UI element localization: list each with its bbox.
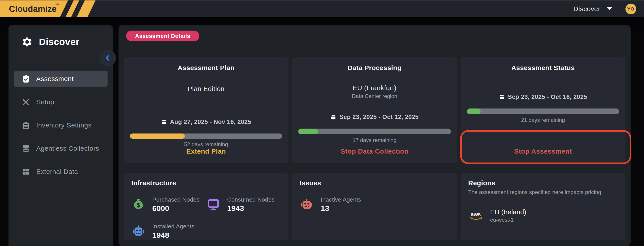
sidebar-item-label: Agentless Collectors xyxy=(36,145,99,152)
stat-label: Installed Agents xyxy=(152,223,194,230)
processing-days-remaining: 17 days remaining xyxy=(353,137,396,143)
stat-label: Purchased Nodes xyxy=(152,196,200,203)
card-title: Infrastructure xyxy=(131,179,176,187)
card-title: Issues xyxy=(300,179,321,187)
status-progress-track xyxy=(467,109,619,114)
stat-value: 6000 xyxy=(152,204,200,213)
logo-stripe xyxy=(66,0,79,17)
clipboard-check-icon xyxy=(22,74,30,83)
topbar-discover-menu[interactable]: Discover xyxy=(573,5,600,13)
stat-value: 1943 xyxy=(227,204,274,213)
svg-text:aws: aws xyxy=(471,211,480,217)
topbar-right-group: Discover YO xyxy=(573,0,636,17)
extend-plan-button[interactable]: Extend Plan xyxy=(186,147,226,155)
chevron-down-icon[interactable] xyxy=(607,7,612,10)
sidebar-item-assessment[interactable]: Assessment xyxy=(14,71,108,87)
assessment-details-badge[interactable]: Assessment Details xyxy=(126,31,199,41)
region-name: EU (Ireland) xyxy=(490,208,526,216)
assessment-plan-card: Assessment Plan Plan Edition Aug 27, 202… xyxy=(124,57,288,163)
stat-value: 1948 xyxy=(152,231,194,240)
assessment-status-card: Assessment Status Sep 23, 2025 - Oct 16,… xyxy=(461,57,626,163)
top-bar: Cloudamize TM Discover YO xyxy=(0,0,644,17)
sidebar-item-inventory-settings[interactable]: Inventory Settings xyxy=(14,117,108,133)
plan-edition: Plan Edition xyxy=(188,85,224,93)
stat-label: Inactive Agents xyxy=(321,196,361,203)
sidebar-item-label: External Data xyxy=(36,168,78,175)
status-progress-fill xyxy=(467,109,480,114)
robot-icon xyxy=(131,224,146,239)
card-title: Assessment Plan xyxy=(178,64,234,72)
card-title: Regions xyxy=(468,179,495,187)
date-range-text: Sep 23, 2025 - Oct 12, 2025 xyxy=(340,114,419,121)
sidebar-divider xyxy=(8,58,113,58)
calendar-icon xyxy=(499,94,505,100)
brand-trademark: TM xyxy=(56,3,59,6)
processing-progress-track xyxy=(298,128,450,134)
brand-wordmark: Cloudamize xyxy=(9,4,56,14)
sidebar: Discover Assessment xyxy=(8,25,113,246)
processing-date-range: Sep 23, 2025 - Oct 12, 2025 xyxy=(330,114,419,121)
avatar[interactable]: YO xyxy=(626,3,636,14)
sidebar-collapse-button[interactable] xyxy=(100,50,116,66)
regions-card: Regions The assessment regions specified… xyxy=(461,173,626,241)
regions-subtitle: The assessment regions specified here im… xyxy=(468,189,601,195)
sidebar-header: Discover xyxy=(8,25,113,48)
warehouse-icon xyxy=(22,121,30,130)
cards-grid: Assessment Plan Plan Edition Aug 27, 202… xyxy=(124,57,626,241)
discover-dashboard-page: Cloudamize TM Discover YO Discover xyxy=(0,0,644,246)
stat-installed-agents: Installed Agents 1948 xyxy=(131,223,206,240)
sidebar-item-label: Inventory Settings xyxy=(36,122,92,129)
chevron-left-icon xyxy=(104,54,112,62)
stat-consumed-nodes: Consumed Nodes 1943 xyxy=(206,196,281,213)
stat-value: 13 xyxy=(321,204,361,213)
issues-stats: Inactive Agents 13 xyxy=(300,196,449,213)
tools-icon xyxy=(22,98,30,107)
processing-region: EU (Frankfurt) xyxy=(353,84,396,92)
money-bag-icon: $ xyxy=(131,197,146,212)
sidebar-item-label: Assessment xyxy=(36,75,74,83)
monitor-icon xyxy=(206,197,220,212)
plan-date-range: Aug 27, 2025 - Nov 16, 2025 xyxy=(161,119,251,125)
calendar-icon xyxy=(161,119,167,125)
status-days-remaining: 21 days remaining xyxy=(521,117,565,123)
plan-days-remaining: 52 days remaining xyxy=(184,141,228,147)
stop-assessment-button[interactable]: Stop Assessment xyxy=(514,147,572,155)
main-divider xyxy=(124,47,626,47)
card-title: Assessment Status xyxy=(512,64,575,72)
infrastructure-card: Infrastructure $ Purchased Nodes 6000 xyxy=(124,173,288,241)
status-date-range: Sep 23, 2025 - Oct 16, 2025 xyxy=(499,94,587,101)
processing-region-caption: Data Center region xyxy=(352,93,397,99)
sidebar-item-agentless-collectors[interactable]: Agentless Collectors xyxy=(14,140,108,156)
sidebar-item-setup[interactable]: Setup xyxy=(14,94,108,110)
sidebar-title: Discover xyxy=(39,37,80,47)
date-range-text: Aug 27, 2025 - Nov 16, 2025 xyxy=(170,119,251,125)
main-panel: Assessment Details Assessment Plan Plan … xyxy=(118,25,630,246)
database-icon xyxy=(22,144,30,153)
plan-progress-fill xyxy=(130,133,185,139)
stat-label: Consumed Nodes xyxy=(227,196,274,203)
gear-icon xyxy=(22,36,33,48)
table-icon xyxy=(22,167,30,176)
region-row-aws: aws EU (Ireland) eu-west-1 xyxy=(468,208,526,223)
logo-stripe xyxy=(77,0,96,17)
aws-logo-icon: aws xyxy=(468,210,484,221)
region-code: eu-west-1 xyxy=(490,217,526,223)
calendar-icon xyxy=(330,114,336,120)
card-title: Data Processing xyxy=(348,64,402,72)
processing-progress-fill xyxy=(298,128,318,134)
sidebar-item-external-data[interactable]: External Data xyxy=(14,164,108,180)
stop-data-collection-button[interactable]: Stop Data Collection xyxy=(340,147,408,155)
date-range-text: Sep 23, 2025 - Oct 16, 2025 xyxy=(508,94,587,101)
infrastructure-stats: $ Purchased Nodes 6000 xyxy=(131,196,281,240)
cloudamize-logo[interactable]: Cloudamize TM xyxy=(0,0,98,17)
svg-text:$: $ xyxy=(137,202,140,208)
robot-icon xyxy=(300,197,314,212)
plan-progress-track xyxy=(130,133,282,139)
sidebar-nav: Assessment Setup In xyxy=(8,71,113,180)
data-processing-card: Data Processing EU (Frankfurt) Data Cent… xyxy=(292,57,457,163)
stat-inactive-agents: Inactive Agents 13 xyxy=(300,196,374,213)
issues-card: Issues xyxy=(292,173,457,241)
sidebar-item-label: Setup xyxy=(36,98,54,106)
stat-purchased-nodes: $ Purchased Nodes 6000 xyxy=(131,196,206,213)
